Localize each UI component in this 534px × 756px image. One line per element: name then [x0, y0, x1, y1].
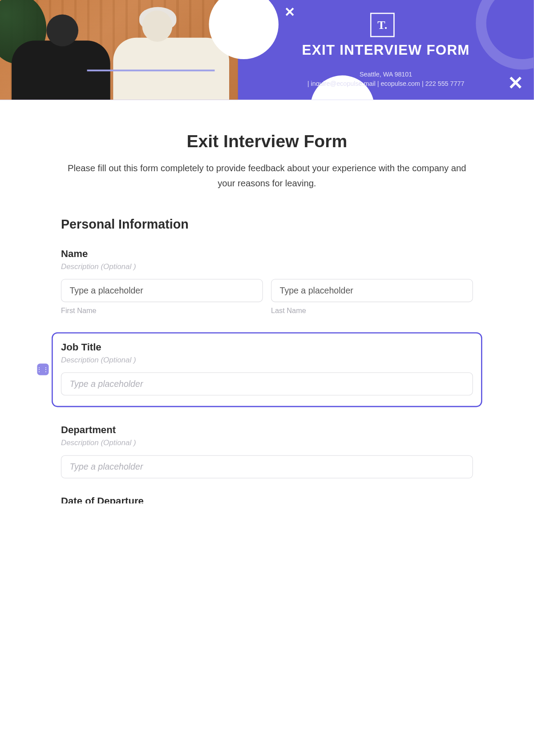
banner-contact: | inquire@ecopulse.mail | ecopulse.com |…: [250, 80, 522, 87]
brand-logo: T.: [370, 13, 395, 37]
question-label: Name: [61, 248, 473, 260]
question-label: Date of Departure: [61, 496, 473, 503]
question-department: Department Description (Optional ): [61, 424, 473, 478]
question-name: Name Description (Optional ) First Name …: [61, 248, 473, 315]
question-label: Department: [61, 424, 473, 436]
first-name-sublabel: First Name: [61, 306, 263, 314]
question-departure-date: Date of Departure Description (Optional …: [61, 496, 473, 503]
banner: ✕ ✕ T. EXIT INTERVIEW FORM Seattle, WA 9…: [0, 0, 534, 100]
job-title-field[interactable]: [61, 372, 473, 395]
question-description: Description (Optional ): [61, 438, 473, 447]
drag-handle-icon[interactable]: ⋮⋮: [37, 364, 49, 375]
question-description: Description (Optional ): [61, 262, 473, 271]
banner-photo: [0, 0, 238, 100]
department-field[interactable]: [61, 455, 473, 478]
question-job-title[interactable]: ⋮⋮ Job Title Description (Optional ): [52, 332, 482, 407]
section-heading-personal: Personal Information: [61, 217, 473, 232]
question-label: Job Title: [61, 342, 473, 353]
question-description: Description (Optional ): [61, 355, 473, 364]
last-name-sublabel: Last Name: [271, 306, 473, 314]
x-icon: ✕: [284, 4, 295, 20]
banner-title: EXIT INTERVIEW FORM: [250, 42, 522, 58]
page-title: Exit Interview Form: [61, 132, 473, 151]
banner-address: Seattle, WA 98101: [250, 71, 522, 78]
decor-circle: [311, 76, 374, 100]
first-name-field[interactable]: [61, 279, 263, 302]
last-name-field[interactable]: [271, 279, 473, 302]
decor-ring: [476, 0, 534, 69]
page-intro: Please fill out this form completely to …: [61, 161, 473, 191]
